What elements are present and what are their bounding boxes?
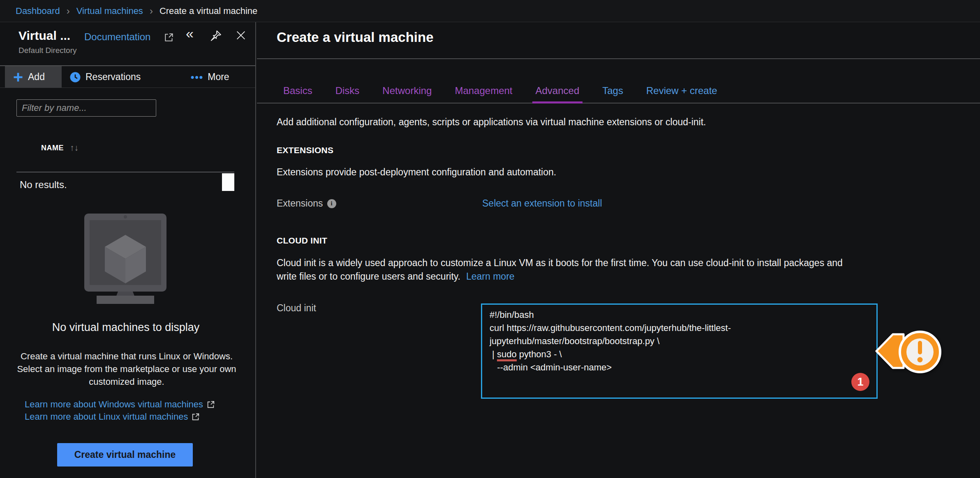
more-button-label: More xyxy=(208,71,229,83)
extensions-label-text: Extensions xyxy=(277,198,323,209)
reservations-button-label: Reservations xyxy=(86,71,141,83)
tab-basics[interactable]: Basics xyxy=(283,85,312,97)
virtual-machines-list-panel: Virtual ... Documentation « Default Dire… xyxy=(0,22,256,478)
page-title: Create a virtual machine xyxy=(277,30,434,45)
tab-advanced[interactable]: Advanced xyxy=(536,85,580,97)
external-link-icon xyxy=(206,400,215,409)
more-button[interactable]: ••• More xyxy=(191,66,229,88)
code-line: jupyterhub/master/bootstrap/bootstrap.py… xyxy=(490,335,869,348)
empty-state-description: Create a virtual machine that runs Linux… xyxy=(12,350,242,388)
code-line: | sudo python3 - \ xyxy=(490,348,869,361)
advanced-tab-intro: Add additional configuration, agents, sc… xyxy=(277,117,706,128)
cloud-init-description-text: Cloud init is a widely used approach to … xyxy=(277,257,843,282)
plus-icon xyxy=(12,71,24,83)
code-line: curl https://raw.githubusercontent.com/j… xyxy=(490,322,869,335)
breadcrumb: Dashboard › Virtual machines › Create a … xyxy=(0,0,980,22)
azure-portal-screen: Dashboard › Virtual machines › Create a … xyxy=(0,0,980,478)
tabs-divider xyxy=(257,103,980,103)
filter-by-name-input[interactable] xyxy=(16,99,156,117)
tab-management[interactable]: Management xyxy=(455,85,512,97)
directory-subtitle: Default Directory xyxy=(18,46,77,55)
learn-windows-vm-link-label: Learn more about Windows virtual machine… xyxy=(25,399,203,410)
panel-title: Virtual ... xyxy=(18,29,70,43)
cloud-init-script-textarea[interactable]: #!/bin/bashcurl https://raw.githubuserco… xyxy=(481,303,878,399)
name-column-header[interactable]: NAME xyxy=(41,144,64,152)
code-line: --admin <admin-user-name> xyxy=(490,361,869,374)
external-link-icon xyxy=(191,412,200,421)
collapse-panel-icon[interactable]: « xyxy=(186,25,194,41)
create-vm-blade: Create a virtual machine BasicsDisksNetw… xyxy=(257,22,980,478)
learn-linux-vm-link-label: Learn more about Linux virtual machines xyxy=(25,411,188,422)
cloud-init-description: Cloud init is a widely used approach to … xyxy=(277,256,864,283)
grid-divider xyxy=(16,172,234,172)
create-virtual-machine-button[interactable]: Create virtual machine xyxy=(57,443,193,467)
documentation-link[interactable]: Documentation xyxy=(84,31,150,43)
learn-more-link[interactable]: Learn more xyxy=(466,271,515,282)
extensions-section-header: EXTENSIONS xyxy=(277,145,333,155)
breadcrumb-separator-icon: › xyxy=(150,5,153,17)
sidebar-toolbar: Add Reservations ••• More xyxy=(0,66,255,88)
pin-icon[interactable] xyxy=(210,30,222,44)
warning-callout-icon xyxy=(874,325,950,382)
ellipsis-icon: ••• xyxy=(191,71,203,83)
breadcrumb-separator-icon: › xyxy=(67,5,70,17)
breadcrumb-dashboard[interactable]: Dashboard xyxy=(16,6,60,16)
no-results-text: No results. xyxy=(20,179,67,191)
tab-disks[interactable]: Disks xyxy=(335,85,360,97)
breadcrumb-current-page: Create a virtual machine xyxy=(159,6,257,16)
cloud-init-field-label: Cloud init xyxy=(277,303,316,314)
title-divider xyxy=(257,58,980,59)
tabs-row: BasicsDisksNetworkingManagementAdvancedT… xyxy=(283,85,717,97)
learn-windows-vm-link[interactable]: Learn more about Windows virtual machine… xyxy=(25,399,215,410)
tab-networking[interactable]: Networking xyxy=(382,85,432,97)
tab-review-create[interactable]: Review + create xyxy=(646,85,717,97)
annotation-step-badge: 1 xyxy=(851,373,869,391)
tab-tags[interactable]: Tags xyxy=(602,85,623,97)
add-button[interactable]: Add xyxy=(5,66,62,88)
select-extension-link[interactable]: Select an extension to install xyxy=(482,198,602,209)
reservations-button[interactable]: Reservations xyxy=(69,66,141,88)
sort-arrows-icon: ↑↓ xyxy=(70,143,79,153)
misspelled-word-underline: sudo xyxy=(497,349,517,361)
scrollbar-thumb[interactable] xyxy=(222,173,234,191)
clock-icon xyxy=(69,71,81,83)
breadcrumb-virtual-machines[interactable]: Virtual machines xyxy=(76,6,143,16)
vm-monitor-icon xyxy=(84,212,166,306)
extensions-field-label: Extensions i xyxy=(277,198,336,209)
external-link-icon xyxy=(164,32,174,44)
extensions-description: Extensions provide post-deployment confi… xyxy=(277,167,556,178)
learn-linux-vm-link[interactable]: Learn more about Linux virtual machines xyxy=(25,411,200,422)
close-panel-icon[interactable] xyxy=(235,30,247,43)
cloud-init-section-header: CLOUD INIT xyxy=(277,236,327,246)
add-button-label: Add xyxy=(28,71,45,83)
empty-state-title: No virtual machines to display xyxy=(0,321,252,334)
code-line: #!/bin/bash xyxy=(490,308,869,322)
info-icon[interactable]: i xyxy=(327,199,336,208)
